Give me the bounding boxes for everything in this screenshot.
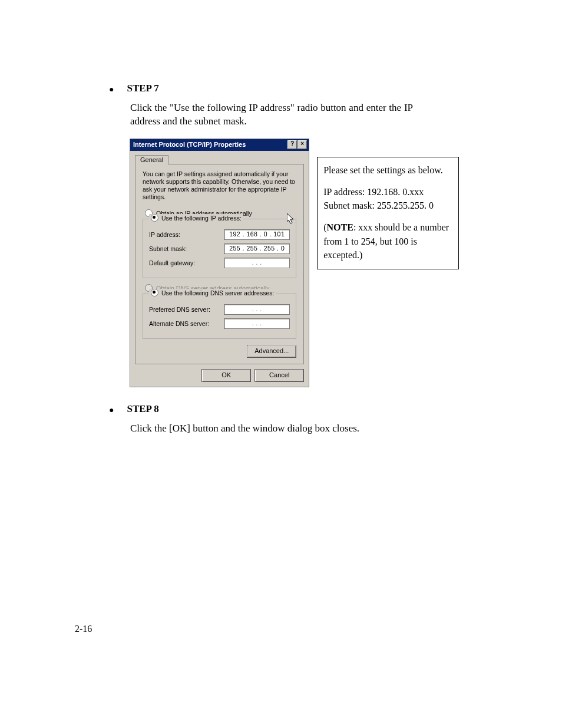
note-line2: IP address: 192.168. 0.xxx Subnet mask: …: [323, 185, 452, 212]
ip-address-input[interactable]: 192 . 168 . 0 . 101: [224, 229, 290, 240]
note-line3: (NOTE: xxx should be a number from 1 to …: [323, 220, 452, 262]
step8-body: Click the [OK] button and the window dia…: [130, 422, 413, 436]
default-gateway-label: Default gateway:: [149, 259, 195, 266]
radio-use-following-ip[interactable]: Use the following IP address:: [149, 214, 243, 222]
alternate-dns-label: Alternate DNS server:: [149, 320, 209, 327]
radio-use-following-dns[interactable]: Use the following DNS server addresses:: [149, 289, 276, 297]
dialog-description: You can get IP settings assigned automat…: [143, 170, 296, 202]
note-line1: Please set the settings as below.: [323, 163, 452, 177]
step7-body: Click the "Use the following IP address"…: [130, 101, 413, 129]
advanced-button[interactable]: Advanced...: [247, 345, 296, 358]
radio-label: Use the following IP address:: [161, 215, 242, 222]
tcpip-properties-dialog: Internet Protocol (TCP/IP) Properties ? …: [130, 139, 309, 387]
ip-address-label: IP address:: [149, 231, 180, 238]
ok-button[interactable]: OK: [201, 369, 251, 382]
cancel-button[interactable]: Cancel: [254, 369, 304, 382]
preferred-dns-input[interactable]: . . .: [224, 304, 290, 315]
close-button[interactable]: ×: [297, 140, 307, 149]
bullet-icon: ●: [109, 85, 114, 94]
tab-general[interactable]: General: [135, 155, 168, 164]
step8-heading: ● STEP 8: [109, 403, 459, 415]
subnet-mask-input[interactable]: 255 . 255 . 255 . 0: [224, 243, 290, 254]
dialog-titlebar: Internet Protocol (TCP/IP) Properties ? …: [130, 139, 309, 151]
radio-icon-checked: [151, 214, 158, 222]
subnet-mask-label: Subnet mask:: [149, 245, 187, 252]
settings-note-box: Please set the settings as below. IP add…: [317, 157, 459, 269]
radio-label: Use the following DNS server addresses:: [161, 289, 274, 297]
step8-title: STEP 8: [127, 403, 158, 415]
help-button[interactable]: ?: [287, 140, 297, 149]
bullet-icon: ●: [109, 406, 114, 414]
figure-row: Internet Protocol (TCP/IP) Properties ? …: [130, 139, 459, 387]
ip-fieldset: Use the following IP address: IP address…: [143, 219, 296, 278]
step7-heading: ● STEP 7: [109, 83, 459, 94]
dialog-title: Internet Protocol (TCP/IP) Properties: [133, 141, 246, 148]
svg-marker-0: [287, 213, 293, 223]
page-number: 2-16: [75, 624, 92, 634]
dns-fieldset: Use the following DNS server addresses: …: [143, 294, 296, 339]
radio-icon-checked: [151, 289, 158, 297]
default-gateway-input[interactable]: . . .: [224, 258, 290, 268]
alternate-dns-input[interactable]: . . .: [224, 318, 290, 329]
preferred-dns-label: Preferred DNS server:: [149, 306, 210, 313]
step7-title: STEP 7: [127, 83, 158, 94]
